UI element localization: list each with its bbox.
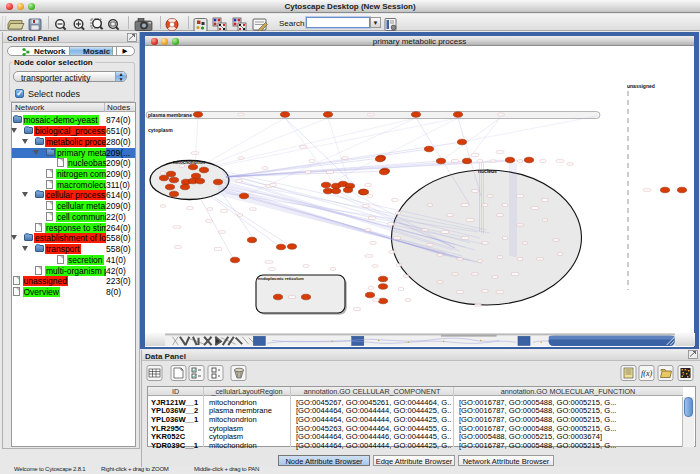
svg-text:cytoplasm: cytoplasm <box>148 127 173 133</box>
svg-text:f(x): f(x) <box>641 369 652 378</box>
svg-text:nucleus: nucleus <box>478 168 497 174</box>
svg-text:endoplasmic reticulum: endoplasmic reticulum <box>258 276 304 281</box>
svg-text:unassigned: unassigned <box>627 83 655 89</box>
svg-text:plasma membrane: plasma membrane <box>148 112 192 118</box>
svg-text:mitochondrion: mitochondrion <box>173 160 205 165</box>
